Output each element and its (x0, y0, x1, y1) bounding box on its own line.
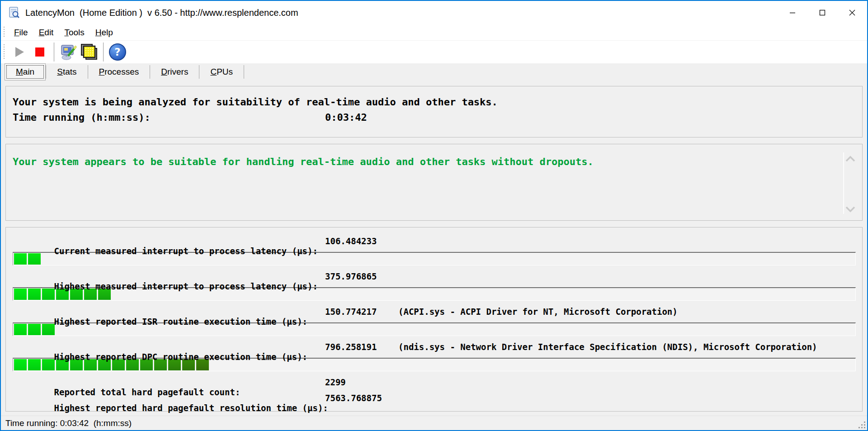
help-icon: ? (108, 43, 127, 61)
verdict-text: Your system appears to be suitable for h… (13, 156, 835, 167)
maximize-button[interactable] (807, 1, 837, 24)
toolbar-gripper[interactable] (3, 44, 5, 60)
status-text: Time running: 0:03:42 (h:mm:ss) (5, 418, 132, 428)
play-icon (13, 46, 25, 58)
stat-row-isr: Highest reported ISR routine execution t… (13, 307, 856, 318)
stat-row-pagefault-time: Highest reported hard pagefault resoluti… (13, 393, 856, 405)
layers-report-icon (80, 43, 99, 62)
stat-row-pagefault-count: Reported total hard pagefault count: 229… (13, 377, 856, 389)
stat-row-current-latency: Current measured interrupt to process la… (13, 236, 856, 248)
tab-main[interactable]: Main (5, 63, 46, 81)
stat-row-dpc: Highest reported DPC routine execution t… (13, 342, 856, 354)
toolbar: ? (1, 41, 867, 63)
menu-tools[interactable]: Tools (59, 26, 90, 39)
menu-help[interactable]: Help (90, 26, 118, 39)
menubar-gripper[interactable] (3, 27, 5, 38)
scroll-up-icon[interactable] (845, 155, 856, 163)
analysis-message: Your system is being analyzed for suitab… (13, 96, 856, 112)
report-button[interactable] (79, 42, 99, 62)
toolbar-separator (103, 43, 104, 62)
stat-label: Highest reported ISR routine execution t… (54, 317, 308, 327)
main-tab-content: Your system is being analyzed for suitab… (1, 81, 867, 416)
latencymon-window: LatencyMon (Home Edition ) v 6.50 - http… (0, 0, 868, 431)
stat-label: Current measured interrupt to process la… (54, 246, 318, 256)
tab-stats[interactable]: Stats (46, 63, 87, 81)
toolbar-separator (54, 43, 54, 62)
stat-driver-info: (ndis.sys - Network Driver Interface Spe… (398, 342, 817, 352)
svg-text:?: ? (114, 46, 120, 58)
stat-driver-info: (ACPI.sys - ACPI Driver for NT, Microsof… (398, 307, 678, 317)
time-running-row: Time running (h:mm:ss): 0:03:42 (13, 112, 856, 127)
window-title: LatencyMon (Home Edition ) v 6.50 - http… (25, 8, 298, 18)
status-bar: Time running: 0:03:42 (h:mm:ss) (1, 416, 867, 430)
options-button[interactable] (58, 42, 79, 62)
menu-bar: File Edit Tools Help (1, 24, 867, 41)
stat-value: 106.484233 (325, 236, 377, 246)
help-button[interactable]: ? (107, 42, 128, 62)
verdict-box: Your system appears to be suitable for h… (5, 144, 863, 221)
minimize-button[interactable] (778, 1, 807, 24)
stat-label: Highest reported DPC routine execution t… (54, 352, 308, 362)
window-controls (778, 1, 867, 24)
menu-edit[interactable]: Edit (33, 26, 59, 39)
title-bar: LatencyMon (Home Edition ) v 6.50 - http… (1, 1, 867, 24)
start-button[interactable] (9, 42, 29, 62)
close-button[interactable] (837, 1, 867, 24)
monitor-analyze-icon (59, 43, 78, 62)
scrollbar-track[interactable] (843, 152, 844, 214)
analysis-status-box: Your system is being analyzed for suitab… (5, 86, 863, 137)
stat-label: Highest measured interrupt to process la… (54, 281, 318, 291)
stop-button[interactable] (29, 42, 50, 62)
resize-grip-icon[interactable] (858, 421, 866, 429)
time-running-label: Time running (h:mm:ss): (13, 112, 151, 123)
tab-strip: Main Stats Processes Drivers CPUs (1, 63, 867, 81)
tab-separator (244, 65, 244, 79)
app-icon (8, 7, 20, 19)
stat-value: 796.258191 (325, 342, 377, 352)
tab-drivers[interactable]: Drivers (150, 63, 199, 81)
time-running-value: 0:03:42 (325, 112, 367, 123)
menu-file[interactable]: File (9, 26, 33, 39)
scroll-down-icon[interactable] (845, 205, 856, 213)
stat-value: 2299 (325, 377, 346, 387)
tab-cpus[interactable]: CPUs (199, 63, 244, 81)
stat-value: 7563.768875 (325, 393, 382, 403)
stat-row-highest-latency: Highest measured interrupt to process la… (13, 271, 856, 283)
stat-label: Highest reported hard pagefault resoluti… (54, 403, 328, 413)
stat-value: 375.976865 (325, 271, 377, 281)
tab-processes[interactable]: Processes (88, 63, 150, 81)
stop-icon (35, 47, 45, 57)
stat-value: 150.774217 (325, 307, 377, 317)
statistics-box: Current measured interrupt to process la… (5, 227, 863, 412)
analysis-message-text: Your system is being analyzed for suitab… (13, 96, 498, 108)
